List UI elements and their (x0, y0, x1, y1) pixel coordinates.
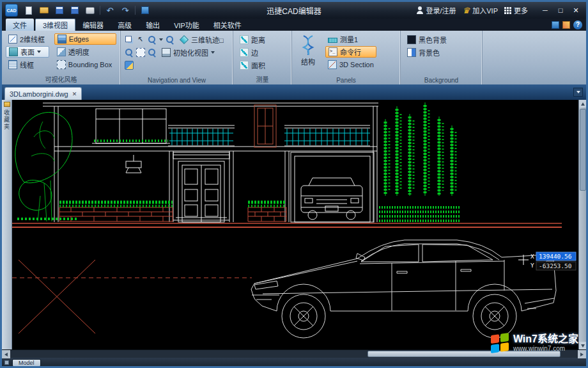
maximize-button[interactable]: □ (553, 4, 568, 17)
new-file-button[interactable] (23, 4, 35, 16)
titlebar-right: 登录/注册 加入VIP 更多 ─ □ ✕ (416, 4, 583, 17)
area-icon (240, 61, 249, 70)
wireframe-2d-button[interactable]: 2维线框 (6, 33, 49, 45)
undo-button[interactable] (104, 4, 116, 16)
measure1-panel-button[interactable]: 测量1 (325, 33, 376, 45)
close-button[interactable]: ✕ (569, 4, 583, 17)
render-brush-icon[interactable] (125, 61, 134, 70)
login-label: 登录/注册 (426, 5, 456, 15)
vip-label: 加入VIP (472, 5, 498, 15)
horizontal-scroll-thumb[interactable] (368, 351, 561, 357)
orbit-3d-button[interactable]: 三维轨迹□ (177, 34, 226, 45)
background-color-icon (407, 48, 416, 57)
structure-panel-button[interactable]: 结构 (296, 33, 320, 76)
viewports-icon[interactable] (125, 36, 132, 42)
vertical-scroll-thumb[interactable] (580, 109, 586, 191)
car-wireframe (251, 240, 556, 338)
init-view-dropdown[interactable]: 初始化视图 (159, 47, 217, 58)
more-button[interactable]: 更多 (504, 5, 528, 15)
title-bar: CAD 迅捷CAD编辑器 登录/注册 加入VIP (2, 2, 586, 19)
print-button[interactable] (84, 4, 96, 16)
document-list-dropdown[interactable] (573, 88, 583, 97)
open-file-button[interactable] (38, 4, 50, 16)
chevron-down-icon (576, 91, 580, 93)
minimize-button[interactable]: ─ (538, 4, 552, 17)
wireframe-2d-icon (8, 35, 17, 44)
redo-button[interactable] (120, 4, 131, 16)
vertical-scrollbar[interactable] (578, 100, 586, 349)
style-icon[interactable] (552, 21, 559, 29)
group-label-background: Background (401, 77, 482, 84)
bounding-box-icon (57, 60, 66, 69)
horizontal-scroll-track[interactable] (10, 350, 578, 358)
join-vip-button[interactable]: 加入VIP (463, 5, 498, 15)
tab-3d-view[interactable]: 3维视图 (35, 19, 75, 31)
group-label-panels: Panels (292, 77, 400, 84)
group-label-visual-style: 可视化风格 (6, 74, 116, 84)
3d-section-panel-button[interactable]: 3D Section (325, 59, 376, 70)
zoom-window-icon[interactable] (166, 35, 174, 44)
wireframe-button[interactable]: 线框 (6, 59, 49, 70)
document-tab-bar: 3DLamborgini.dwg ✕ (2, 84, 586, 100)
tab-advanced[interactable]: 高级 (111, 19, 139, 31)
triangle-left-icon (4, 353, 8, 356)
zoom-in-icon[interactable] (148, 35, 157, 44)
coord-y-label: Y (530, 262, 534, 269)
ribbon: 2维线框 Edges 表面 透明度 线框 Bounding Box 可视化风格 … (2, 31, 586, 84)
measure-distance-button[interactable]: 距离 (237, 34, 268, 45)
help-button[interactable]: ? (573, 20, 582, 29)
model-tab[interactable]: Model (12, 359, 41, 367)
select-cursor-icon[interactable] (136, 35, 145, 44)
tab-vip-features[interactable]: VIP功能 (167, 19, 206, 31)
command-line-icon (329, 47, 337, 56)
tab-file[interactable]: 文件 (6, 19, 34, 31)
monitor-icon (162, 48, 171, 57)
canvas-row: 收藏夹 (2, 100, 586, 349)
options-button[interactable] (139, 4, 151, 16)
more-label: 更多 (514, 5, 528, 15)
measure-area-button[interactable]: 面积 (237, 60, 268, 71)
transparency-icon (57, 47, 66, 56)
zoom-dropdown-icon[interactable] (159, 38, 163, 41)
window-title: 迅捷CAD编辑器 (267, 5, 321, 16)
scroll-left-button[interactable] (2, 350, 10, 358)
save-button[interactable] (54, 4, 65, 16)
scroll-right-button[interactable] (578, 350, 586, 358)
triangle-right-icon (580, 353, 584, 356)
balcony-railings (169, 129, 370, 145)
left-panel-tab[interactable]: 收藏夹 (2, 100, 12, 349)
tab-related-software[interactable]: 相关软件 (206, 19, 249, 31)
transparency-button[interactable]: 透明度 (54, 46, 116, 58)
scroll-up-button[interactable] (579, 100, 587, 108)
measure-edge-button[interactable]: 边 (237, 47, 261, 58)
scroll-down-button[interactable] (579, 342, 587, 349)
printer-icon (86, 7, 95, 14)
save-as-button[interactable] (69, 4, 81, 16)
orbit-cube-icon (180, 35, 189, 44)
login-button[interactable]: 登录/注册 (416, 5, 456, 15)
document-tab[interactable]: 3DLamborgini.dwg ✕ (4, 87, 82, 100)
group-label-measure: 测量 (233, 74, 291, 84)
options-icon (141, 6, 149, 14)
vegetation (15, 102, 461, 221)
edges-button[interactable]: Edges (54, 33, 116, 45)
zoom-out-icon[interactable] (148, 48, 157, 57)
command-line-panel-button[interactable]: 命令行 (325, 46, 376, 58)
save-as-icon (71, 6, 79, 14)
favorites-icon (4, 102, 10, 107)
zoom-extents-icon[interactable] (125, 48, 134, 57)
triangle-up-icon (581, 102, 585, 106)
surface-dropdown[interactable]: 表面 (6, 46, 49, 58)
black-background-button[interactable]: 黑色背景 (405, 34, 449, 45)
toolbar-separator (135, 6, 135, 15)
tab-output[interactable]: 输出 (139, 19, 167, 31)
bounding-box-button[interactable]: Bounding Box (54, 59, 116, 70)
theme-icon[interactable] (562, 21, 570, 29)
quick-access-toolbar (23, 4, 151, 16)
rect-select-icon[interactable] (136, 48, 145, 57)
document-close-icon[interactable]: ✕ (72, 91, 77, 97)
drawing-canvas[interactable]: X 139440.56 Y -63253.50 (12, 100, 578, 349)
tab-editor[interactable]: 编辑器 (75, 19, 111, 31)
background-color-button[interactable]: 背景色 (405, 47, 442, 58)
horizontal-scrollbar[interactable] (2, 349, 586, 358)
